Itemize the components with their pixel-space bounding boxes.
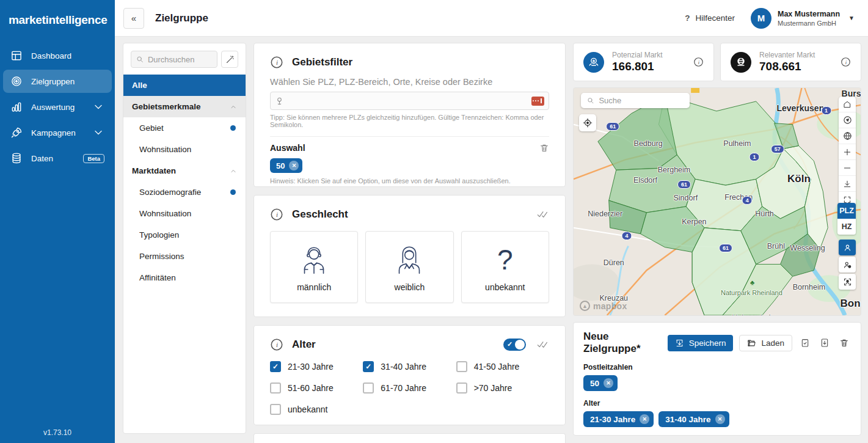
person-status-button[interactable] (839, 257, 856, 273)
clipboard-check-button[interactable] (798, 338, 812, 348)
person-frame-button[interactable] (839, 274, 856, 290)
relevanter-markt-icon (731, 52, 751, 73)
filter-item-soziodemografie[interactable]: Soziodemografie (123, 181, 246, 203)
speichern-button[interactable]: Speichern (668, 335, 734, 351)
map-search-input[interactable] (599, 96, 684, 105)
checkbox[interactable] (270, 383, 281, 394)
sidebar-item-label: Kampagnen (31, 128, 76, 137)
age-option[interactable]: 51-60 Jahre (270, 383, 363, 394)
checkbox[interactable] (456, 361, 467, 372)
chip-close-icon[interactable]: ✕ (715, 414, 725, 424)
mapbox-attribution[interactable]: ▲ mapbox (580, 301, 627, 311)
filter-search[interactable] (131, 51, 217, 68)
filter-item-wohnsituation-2[interactable]: Wohnsituation (123, 203, 246, 224)
gebietsfilter-card: i Gebietsfilter Wählen Sie PLZ, PLZ-Bere… (253, 43, 566, 187)
card-title: Geschlecht (292, 208, 348, 221)
download-map-button[interactable] (839, 176, 856, 192)
geolocate-button[interactable] (579, 114, 596, 131)
plz-input[interactable] (288, 97, 528, 106)
selection-chip[interactable]: 31-40 Jahre✕ (658, 411, 729, 427)
chip-close-icon[interactable]: ✕ (604, 378, 613, 388)
compass-button[interactable] (839, 112, 856, 128)
globe-button[interactable] (839, 128, 856, 144)
selection-chip[interactable]: 21-30 Jahre✕ (583, 411, 654, 427)
filter-item-permissions[interactable]: Permissions (123, 246, 246, 267)
sidebar-item-dashboard[interactable]: Dashboard (3, 44, 112, 67)
gender-label: unbekannt (485, 282, 525, 292)
map-place-label: Heimerzheim (732, 313, 777, 316)
relevanter-markt-card: Relevanter Markt 708.661 i (720, 43, 861, 81)
svg-text:i: i (276, 341, 278, 348)
input-method-icon[interactable] (531, 97, 544, 106)
zoom-in-button[interactable] (839, 144, 856, 160)
chip-close-icon[interactable]: ✕ (289, 161, 299, 170)
filter-item-wohnsituation[interactable]: Wohnsituation (123, 139, 246, 160)
home-button[interactable] (839, 97, 856, 112)
age-option[interactable]: unbekannt (270, 404, 363, 415)
age-option[interactable]: 21-30 Jahre (270, 361, 363, 372)
laden-button[interactable]: Laden (739, 335, 792, 351)
age-option-label: 41-50 Jahre (474, 362, 520, 372)
filter-item-typologien[interactable]: Typologien (123, 224, 246, 246)
zoom-out-button[interactable] (839, 160, 856, 176)
helpcenter-link[interactable]: ? Hilfecenter (685, 13, 735, 23)
map-place-label: Bonn (841, 298, 861, 310)
road-shield: 4 (621, 232, 632, 240)
info-icon[interactable]: i (270, 56, 283, 69)
checkbox[interactable] (456, 383, 467, 394)
dashboard-icon (10, 49, 23, 62)
back-icon: « (131, 13, 136, 23)
gender-option-weiblich[interactable]: weiblich (365, 231, 453, 303)
sidebar-item-zielgruppen[interactable]: Zielgruppen (3, 70, 112, 93)
gender-option-unbekannt[interactable]: ? unbekannt (461, 231, 549, 303)
map-place-label: Niederzier (588, 210, 622, 218)
age-option[interactable]: >70 Jahre (456, 383, 549, 394)
zg-alter-chips: 21-30 Jahre✕31-40 Jahre✕ (583, 411, 851, 427)
selection-chip[interactable]: 50✕ (270, 158, 302, 173)
checkbox[interactable] (363, 361, 374, 372)
back-button[interactable]: « (123, 8, 144, 29)
map-place-label: Leverkusen (776, 103, 824, 113)
export-file-button[interactable] (818, 338, 831, 348)
alter-card: i Alter 21-30 Jahre31-40 Jahre41-50 Jahr… (253, 325, 566, 425)
info-icon[interactable]: i (693, 57, 704, 67)
card-title: Gebietsfilter (292, 56, 352, 68)
trash-icon[interactable] (539, 143, 549, 153)
checkbox[interactable] (270, 404, 281, 415)
chip-close-icon[interactable]: ✕ (640, 414, 649, 424)
sidebar-item-daten[interactable]: Daten Beta (3, 147, 112, 170)
user-menu[interactable]: M Max Mustermann Mustermann GmbH ▼ (751, 8, 855, 29)
filter-item-gebiet[interactable]: Gebiet (123, 117, 246, 139)
magic-wand-button[interactable] (221, 51, 238, 68)
layer-hz-button[interactable]: HZ (837, 219, 856, 235)
checkbox[interactable] (363, 383, 374, 394)
age-option[interactable]: 61-70 Jahre (363, 383, 456, 394)
filter-item-alle[interactable]: Alle (123, 75, 246, 96)
layer-plz-button[interactable]: PLZ (837, 203, 856, 219)
alter-toggle[interactable] (503, 339, 526, 351)
delete-zielgruppe-button[interactable] (837, 338, 851, 348)
sidebar-item-kampagnen[interactable]: Kampagnen (3, 121, 112, 144)
person-button[interactable] (839, 240, 856, 255)
filters-column: i Gebietsfilter Wählen Sie PLZ, PLZ-Bere… (253, 43, 566, 443)
sidebar-item-auswertung[interactable]: Auswertung (3, 95, 112, 119)
sidebar-item-label: Daten (31, 154, 53, 163)
info-icon[interactable]: i (270, 208, 283, 221)
map[interactable]: LeverkusenBurscheidBedburgPulheimBerghei… (573, 87, 861, 316)
select-all-icon[interactable] (537, 210, 549, 219)
alter-section-label: Alter (583, 399, 851, 408)
checkbox[interactable] (270, 361, 281, 372)
map-search[interactable] (581, 93, 690, 108)
filter-section-marktdaten[interactable]: Marktdaten (123, 160, 246, 181)
selection-chip[interactable]: 50✕ (583, 375, 618, 391)
select-all-icon[interactable] (537, 340, 549, 349)
age-option[interactable]: 41-50 Jahre (456, 361, 549, 372)
gebietsfilter-tip: Tipp: Sie können mehrere PLZs gleichzeit… (270, 114, 549, 128)
age-option[interactable]: 31-40 Jahre (363, 361, 456, 372)
filter-section-gebietsmerkmale[interactable]: Gebietsmerkmale (123, 96, 246, 117)
gender-option-maennlich[interactable]: männlich (270, 231, 358, 303)
search-input[interactable] (148, 55, 212, 64)
filter-item-affinitaeten[interactable]: Affinitäten (123, 267, 246, 288)
info-icon[interactable]: i (270, 338, 283, 351)
info-icon[interactable]: i (841, 57, 851, 67)
